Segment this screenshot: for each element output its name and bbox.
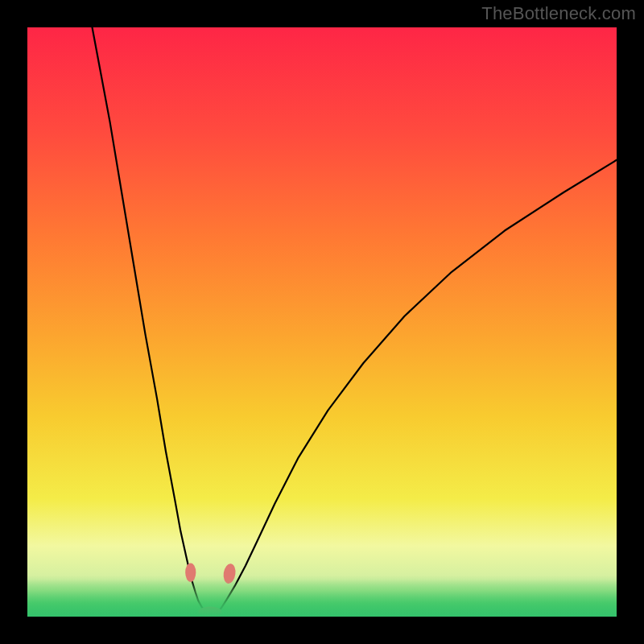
green-band	[27, 580, 617, 617]
watermark-text: TheBottleneck.com	[481, 3, 636, 24]
chart-svg	[0, 0, 644, 644]
chart-container: { "watermark": "TheBottleneck.com", "cha…	[0, 0, 644, 644]
plot-background	[27, 27, 617, 617]
